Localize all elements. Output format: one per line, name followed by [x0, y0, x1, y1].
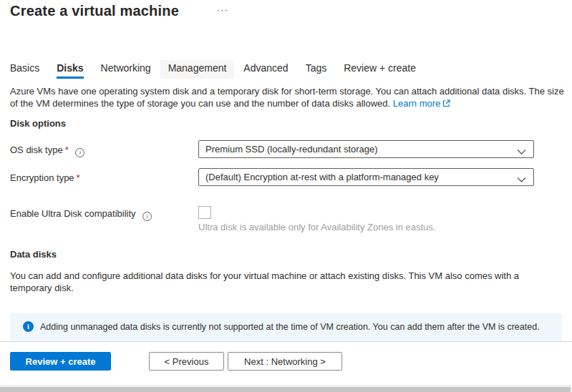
info-banner: i Adding unmanaged data disks is current…: [10, 313, 562, 341]
required-asterisk: *: [65, 144, 69, 155]
disk-options-heading: Disk options: [10, 118, 66, 129]
more-options-icon[interactable]: ···: [217, 4, 228, 15]
external-link-icon: [442, 98, 450, 110]
intro-text: Azure VMs have one operating system disk…: [10, 86, 564, 109]
info-banner-text: Adding unmanaged data disks is currently…: [40, 321, 545, 333]
encryption-type-dropdown[interactable]: (Default) Encryption at-rest with a plat…: [198, 168, 534, 186]
tab-management[interactable]: Management: [160, 60, 235, 79]
encryption-type-value: (Default) Encryption at-rest with a plat…: [205, 172, 439, 182]
required-asterisk: *: [77, 172, 80, 183]
tab-review-create[interactable]: Review + create: [344, 60, 416, 79]
info-icon[interactable]: i: [142, 212, 152, 221]
previous-button[interactable]: < Previous: [149, 352, 224, 371]
intro-paragraph: Azure VMs have one operating system disk…: [10, 85, 564, 110]
chevron-down-icon: [517, 175, 526, 185]
review-create-button[interactable]: Review + create: [10, 352, 111, 371]
info-filled-icon: i: [23, 321, 34, 332]
tab-advanced[interactable]: Advanced: [243, 60, 288, 79]
os-disk-type-dropdown[interactable]: Premium SSD (locally-redundant storage): [198, 140, 534, 158]
footer-bar: Review + create < Previous Next : Networ…: [0, 342, 572, 385]
os-disk-type-value: Premium SSD (locally-redundant storage): [205, 144, 378, 155]
ultra-disk-checkbox[interactable]: [198, 206, 211, 219]
encryption-type-label: Encryption type*: [10, 172, 80, 183]
create-vm-page: Create a virtual machine ··· Basics Disk…: [0, 0, 572, 392]
tab-tags[interactable]: Tags: [306, 60, 327, 79]
tab-disks[interactable]: Disks: [57, 60, 83, 79]
ultra-disk-helper-text: Ultra disk is available only for Availab…: [198, 222, 435, 232]
next-networking-button[interactable]: Next : Networking >: [228, 352, 342, 371]
tab-basics[interactable]: Basics: [10, 60, 39, 79]
tab-networking[interactable]: Networking: [101, 60, 151, 79]
page-title: Create a virtual machine: [10, 3, 179, 19]
os-disk-type-label: OS disk type* i: [10, 144, 84, 157]
data-disks-heading: Data disks: [10, 249, 57, 260]
horizontal-scrollbar[interactable]: [0, 385, 572, 392]
ultra-disk-label: Enable Ultra Disk compatibility i: [10, 208, 152, 221]
wizard-tabs: Basics Disks Networking Management Advan…: [10, 60, 416, 79]
data-disks-description: You can add and configure additional dat…: [10, 270, 546, 294]
scrollbar-thumb[interactable]: [0, 387, 571, 392]
learn-more-link[interactable]: Learn more: [393, 98, 450, 109]
info-icon[interactable]: i: [75, 148, 84, 157]
chevron-down-icon: [517, 147, 526, 157]
